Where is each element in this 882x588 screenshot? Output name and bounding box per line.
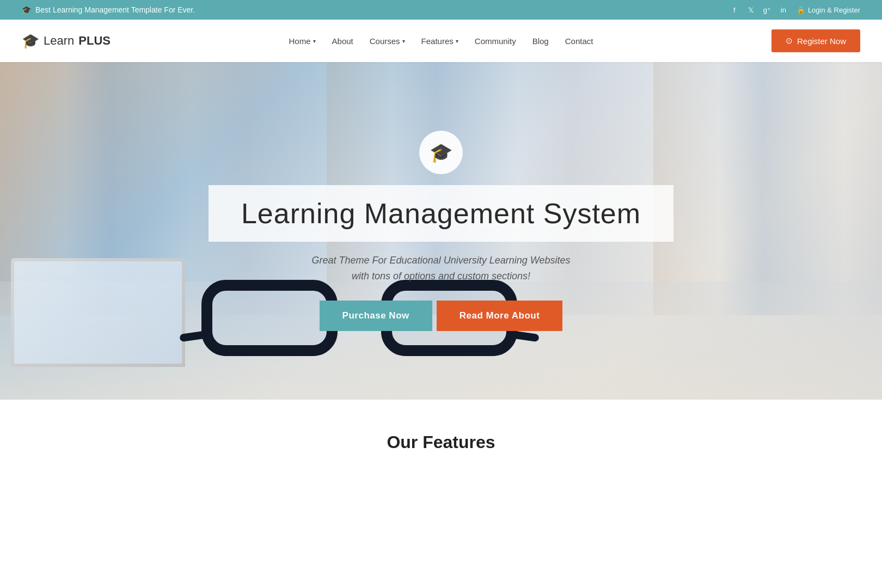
logo-learn-text: Learn	[44, 34, 74, 48]
top-bar-right: f 𝕏 g⁺ in 🔒 Login & Register	[729, 4, 860, 15]
announcement-text: Best Learning Management Template For Ev…	[35, 5, 195, 14]
hero-content: 🎓 Learning Management System Great Theme…	[209, 131, 673, 331]
courses-chevron: ▾	[402, 38, 405, 44]
nav-blog[interactable]: Blog	[532, 36, 549, 46]
linkedin-icon[interactable]: in	[778, 4, 789, 15]
hero-buttons: Purchase Now Read More About	[320, 301, 563, 331]
read-more-button[interactable]: Read More About	[437, 301, 563, 331]
hero-subtitle-line2: with tons of options and custom sections…	[352, 271, 530, 281]
hero-title: Learning Management System	[241, 197, 641, 230]
register-icon: ⊙	[786, 36, 793, 46]
hero-graduation-icon: 🎓	[430, 142, 452, 163]
logo-plus-text: PLUS	[78, 34, 111, 48]
graduation-cap-icon: 🎓	[22, 5, 31, 14]
nav-community[interactable]: Community	[475, 36, 516, 46]
hero-title-box: Learning Management System	[209, 185, 673, 242]
logo-icon: 🎓	[22, 33, 39, 50]
hero-section: 🎓 Learning Management System Great Theme…	[0, 62, 882, 400]
register-button[interactable]: ⊙ Register Now	[771, 29, 860, 52]
top-bar-announcement: 🎓 Best Learning Management Template For …	[22, 5, 195, 14]
logo[interactable]: 🎓 LearnPLUS	[22, 33, 111, 50]
facebook-icon[interactable]: f	[729, 4, 740, 15]
login-register-link[interactable]: 🔒 Login & Register	[797, 6, 860, 14]
nav-features[interactable]: Features ▾	[421, 36, 458, 46]
googleplus-icon[interactable]: g⁺	[762, 4, 773, 15]
login-register-text: Login & Register	[808, 6, 860, 14]
register-label: Register Now	[797, 36, 846, 46]
lock-icon: 🔒	[797, 6, 805, 14]
twitter-icon[interactable]: 𝕏	[745, 4, 756, 15]
hero-subtitle-line1: Great Theme For Educational University L…	[312, 255, 571, 266]
home-chevron: ▾	[313, 38, 316, 44]
hero-subtitle: Great Theme For Educational University L…	[312, 253, 571, 284]
top-bar: 🎓 Best Learning Management Template For …	[0, 0, 882, 20]
nav-links: Home ▾ About Courses ▾ Features ▾ Commun…	[289, 36, 593, 46]
features-chevron: ▾	[456, 38, 458, 44]
navbar: 🎓 LearnPLUS Home ▾ About Courses ▾ Featu…	[0, 20, 882, 62]
nav-courses[interactable]: Courses ▾	[370, 36, 405, 46]
nav-home[interactable]: Home ▾	[289, 36, 316, 46]
social-icons: f 𝕏 g⁺ in	[729, 4, 789, 15]
features-section: Our Features	[0, 400, 882, 474]
features-title: Our Features	[22, 432, 860, 452]
purchase-now-button[interactable]: Purchase Now	[320, 301, 432, 331]
hero-icon-circle: 🎓	[419, 131, 463, 174]
nav-contact[interactable]: Contact	[565, 36, 593, 46]
nav-about[interactable]: About	[332, 36, 353, 46]
